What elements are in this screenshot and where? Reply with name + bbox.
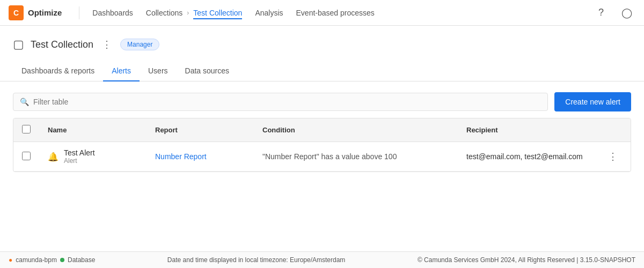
user-button[interactable]: ◯ — [618, 4, 635, 21]
header-condition: Condition — [254, 118, 458, 142]
footer-service: camunda-bpm — [16, 256, 57, 264]
header-recipient: Recipient — [458, 118, 595, 142]
nav-test-collection[interactable]: Test Collection — [193, 6, 242, 19]
nav-analysis[interactable]: Analysis — [255, 6, 283, 19]
report-link[interactable]: Number Report — [155, 152, 207, 161]
footer-copyright: © Camunda Services GmbH 2024, All Rights… — [418, 256, 635, 264]
recipient-text: test@email.com, test2@email.com — [466, 152, 583, 161]
collection-header: ▢ Test Collection ⋮ Manager — [0, 26, 644, 61]
tab-bar: Dashboards & reports Alerts Users Data s… — [0, 61, 644, 81]
header-checkbox-col — [13, 118, 39, 142]
row-condition-cell: "Number Report" has a value above 100 — [254, 142, 458, 172]
nav-dashboards[interactable]: Dashboards — [92, 6, 133, 19]
filter-input[interactable] — [33, 98, 541, 106]
search-icon: 🔍 — [20, 98, 29, 106]
select-all-checkbox[interactable] — [22, 125, 31, 133]
filter-input-wrap: 🔍 — [13, 93, 548, 111]
nav-icons: ? ◯ — [592, 4, 635, 21]
cell-name-wrap: 🔔 Test Alert Alert — [48, 148, 138, 165]
footer-db-label: Database — [68, 256, 95, 264]
footer-timezone: Date and time displayed in local timezon… — [167, 256, 346, 264]
alert-name: Test Alert — [64, 148, 95, 157]
nav-divider — [79, 6, 79, 19]
logo: C Optimize — [9, 5, 62, 20]
create-alert-button[interactable]: Create new alert — [554, 92, 631, 111]
alert-sub: Alert — [64, 157, 95, 165]
header-report: Report — [147, 118, 254, 142]
footer-logo: ● — [9, 256, 12, 264]
role-badge: Manager — [120, 39, 159, 50]
row-checkbox[interactable] — [22, 152, 31, 160]
row-actions-cell: ⋮ — [595, 142, 631, 172]
row-recipient-cell: test@email.com, test2@email.com — [458, 142, 595, 172]
tab-dashboards-reports[interactable]: Dashboards & reports — [13, 61, 103, 81]
app-name: Optimize — [28, 8, 62, 17]
main-content: 🔍 Create new alert Name Report Condition… — [0, 81, 644, 251]
breadcrumb-arrow: › — [187, 9, 189, 17]
row-checkbox-cell — [13, 142, 39, 172]
tab-data-sources[interactable]: Data sources — [177, 61, 238, 81]
help-button[interactable]: ? — [592, 4, 610, 21]
header-actions — [595, 118, 631, 142]
footer-right: © Camunda Services GmbH 2024, All Rights… — [418, 256, 635, 264]
logo-icon: C — [9, 5, 24, 20]
collection-title: Test Collection — [31, 39, 93, 50]
nav-collections[interactable]: Collections — [146, 6, 182, 19]
table-row: 🔔 Test Alert Alert Number Report "Number… — [13, 142, 631, 172]
name-stack: Test Alert Alert — [64, 148, 95, 165]
footer: ● camunda-bpm Database Date and time dis… — [0, 251, 644, 268]
condition-text: "Number Report" has a value above 100 — [262, 152, 397, 161]
bell-icon: 🔔 — [48, 152, 58, 162]
footer-center: Date and time displayed in local timezon… — [95, 256, 418, 264]
filter-row: 🔍 Create new alert — [13, 92, 631, 111]
footer-left: ● camunda-bpm Database — [9, 256, 95, 264]
row-more-button[interactable]: ⋮ — [604, 148, 622, 165]
row-report-cell: Number Report — [147, 142, 254, 172]
header-name: Name — [39, 118, 147, 142]
db-status-dot — [60, 258, 64, 262]
row-name-cell: 🔔 Test Alert Alert — [39, 142, 147, 172]
nav-event-processes[interactable]: Event-based processes — [296, 6, 375, 19]
collection-more-button[interactable]: ⋮ — [100, 36, 114, 53]
alerts-table: Name Report Condition Recipient 🔔 — [13, 118, 631, 172]
alerts-table-wrap: Name Report Condition Recipient 🔔 — [13, 118, 631, 172]
tab-users[interactable]: Users — [140, 61, 177, 81]
top-navigation: C Optimize Dashboards Collections › Test… — [0, 0, 644, 26]
nav-breadcrumb: Collections › Test Collection — [146, 6, 243, 19]
folder-icon: ▢ — [13, 38, 24, 51]
table-header-row: Name Report Condition Recipient — [13, 118, 631, 142]
tab-alerts[interactable]: Alerts — [103, 61, 140, 81]
